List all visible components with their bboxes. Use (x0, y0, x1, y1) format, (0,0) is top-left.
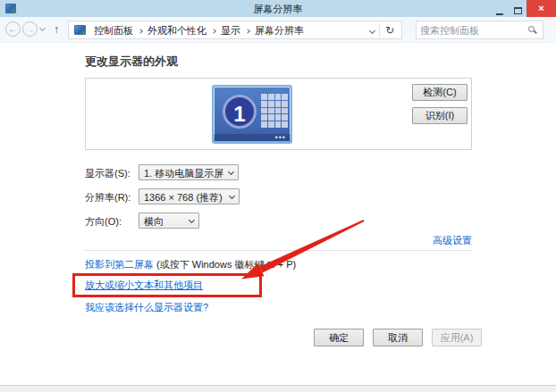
window-title: 屏幕分辨率 (0, 3, 556, 16)
display-select-value: 1. 移动电脑显示屏 (144, 168, 223, 179)
resolution-select-value: 1366 × 768 (推荐) (144, 192, 223, 203)
breadcrumb-separator-icon (138, 29, 143, 34)
back-button[interactable]: ← (5, 21, 21, 37)
breadcrumb-separator-icon (245, 29, 250, 34)
navigation-toolbar: ← → ↑ 控制面板外观和个性化显示屏幕分辨率 ↻ (0, 17, 556, 43)
close-button[interactable]: × (527, 0, 556, 17)
forward-button[interactable]: → (22, 21, 38, 37)
refresh-icon: ↻ (385, 24, 394, 37)
search-icon[interactable] (528, 26, 535, 32)
chevron-down-icon (189, 217, 195, 223)
advanced-settings-link[interactable]: 高级设置 (433, 234, 472, 247)
page-title: 更改显示器的外观 (85, 54, 178, 70)
ok-button[interactable]: 确定 (314, 329, 364, 346)
monitor-taskbar: ••• (214, 134, 291, 142)
close-icon: × (538, 3, 543, 13)
orientation-select-value: 横向 (144, 216, 164, 227)
apply-button: 应用(A) (432, 329, 482, 346)
address-bar[interactable]: 控制面板外观和个性化显示屏幕分辨率 ↻ (68, 21, 402, 39)
breadcrumb-item-control-panel[interactable]: 控制面板 (92, 24, 135, 38)
cancel-button[interactable]: 取消 (373, 329, 423, 346)
detect-button[interactable]: 检测(C) (412, 84, 468, 101)
separator (85, 250, 472, 251)
what-settings-link[interactable]: 我应该选择什么显示器设置? (85, 301, 208, 314)
arrow-left-icon: ← (9, 24, 18, 34)
monitor-number-badge: 1 (223, 95, 257, 129)
recent-pages-chevron-down-icon[interactable] (39, 25, 46, 31)
address-chevron-down-icon[interactable] (369, 28, 375, 34)
breadcrumb: 控制面板外观和个性化显示屏幕分辨率 (92, 24, 306, 38)
monitor-dots-icon: ••• (275, 134, 286, 142)
project-row: 投影到第二屏幕 (或按下 Windows 徽标键 ⊞ + P) (85, 258, 296, 271)
search-box (416, 21, 543, 39)
start-screen-tiles-icon (261, 94, 288, 128)
maximize-icon (514, 7, 522, 14)
minimize-button[interactable] (491, 0, 509, 17)
make-text-larger-link[interactable]: 放大或缩小文本和其他项目 (85, 279, 203, 292)
project-hint-text: (或按下 Windows 徽标键 ⊞ + P) (156, 259, 296, 270)
chevron-down-icon (229, 193, 235, 199)
breadcrumb-separator-icon (211, 29, 216, 34)
resolution-label: 分辨率(R): (85, 191, 131, 204)
arrow-up-icon: ↑ (54, 23, 59, 36)
identify-button[interactable]: 识别(I) (412, 107, 468, 124)
orientation-select[interactable]: 横向 (139, 213, 199, 229)
screen-resolution-window: 屏幕分辨率 × ← → ↑ 控制面板外观和个性化显示屏幕分辨率 ↻ 更改显示器的… (0, 0, 556, 386)
location-icon (74, 25, 86, 35)
display-preview-panel: 1 ••• 检测(C) 识别(I) (85, 78, 472, 150)
title-bar: 屏幕分辨率 × (0, 0, 556, 17)
project-second-screen-link[interactable]: 投影到第二屏幕 (85, 259, 154, 270)
chevron-down-icon (228, 169, 234, 175)
arrow-right-icon: → (26, 24, 35, 34)
refresh-button[interactable]: ↻ (381, 22, 399, 38)
breadcrumb-item-screen-resolution[interactable]: 屏幕分辨率 (253, 24, 306, 38)
display-label: 显示器(S): (85, 167, 131, 180)
monitor-preview[interactable]: 1 ••• (212, 85, 292, 144)
orientation-label: 方向(O): (85, 215, 122, 229)
breadcrumb-item-appearance[interactable]: 外观和个性化 (146, 24, 208, 38)
up-button[interactable]: ↑ (49, 21, 63, 38)
minimize-icon (496, 13, 503, 15)
breadcrumb-item-display[interactable]: 显示 (219, 24, 242, 38)
display-select[interactable]: 1. 移动电脑显示屏 (139, 164, 239, 180)
search-input[interactable] (420, 22, 526, 38)
address-divider (379, 23, 380, 38)
resolution-select[interactable]: 1366 × 768 (推荐) (139, 188, 240, 204)
maximize-button[interactable] (509, 0, 527, 17)
